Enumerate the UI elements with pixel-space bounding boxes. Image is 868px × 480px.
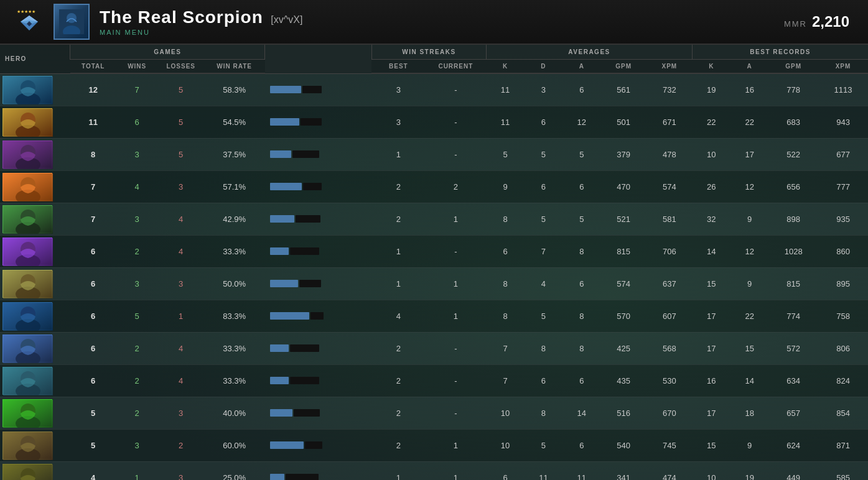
cell-rating: [265, 73, 372, 106]
table-row: 6 5 1 83.3% 4 1 8 5 8 570 607 17 22 774 …: [0, 300, 868, 332]
hero-cell[interactable]: [0, 332, 70, 364]
cell-a: 5: [562, 138, 600, 170]
cell-bk: 22: [693, 106, 730, 138]
cell-bxpm: 824: [818, 364, 868, 397]
cell-winrate: 33.3%: [204, 364, 265, 397]
cell-losses: 4: [158, 364, 204, 397]
cell-d: 5: [525, 203, 562, 235]
cell-d: 8: [525, 397, 562, 429]
cell-wins: 1: [116, 461, 157, 480]
cell-bk: 26: [693, 170, 730, 203]
cell-ba: 12: [730, 235, 768, 267]
cell-best-streak: 1: [371, 267, 425, 300]
hero-cell[interactable]: [0, 461, 70, 480]
cell-ba: 9: [730, 267, 768, 300]
col-k[interactable]: K: [486, 60, 524, 74]
col-xpm[interactable]: XPM: [646, 60, 693, 74]
cell-winrate: 50.0%: [204, 267, 265, 300]
col-a[interactable]: A: [562, 60, 600, 74]
hero-cell[interactable]: [0, 397, 70, 429]
mmr-value: 2,210: [812, 13, 849, 30]
col-bk[interactable]: K: [693, 60, 730, 74]
col-bgpm[interactable]: GPM: [768, 60, 818, 74]
hero-cell[interactable]: [0, 364, 70, 397]
header-subtitle[interactable]: MAIN MENU: [100, 29, 302, 36]
table-row: 6 3 3 50.0% 1 1 8 4 6 574 637 15 9 815 8…: [0, 267, 868, 300]
col-wins[interactable]: WINS: [116, 60, 157, 74]
svg-text:★★★★★: ★★★★★: [17, 9, 35, 14]
cell-a: 8: [562, 332, 600, 364]
rating-bar: [268, 215, 370, 223]
avatar-image: [55, 5, 88, 39]
hero-cell[interactable]: [0, 203, 70, 235]
col-bxpm[interactable]: XPM: [818, 60, 868, 74]
rating-bar-blue: [270, 280, 298, 287]
rating-bar: [268, 409, 370, 417]
rating-bar-black: [290, 247, 319, 255]
rating-bar-blue: [270, 86, 301, 93]
cell-current-streak: -: [425, 397, 486, 429]
cell-ba: 14: [730, 364, 768, 397]
cell-xpm: 637: [646, 267, 693, 300]
hero-cell[interactable]: [0, 429, 70, 461]
cell-ba: 12: [730, 170, 768, 203]
cell-k: 11: [486, 73, 524, 106]
cell-losses: 1: [158, 300, 204, 332]
hero-cell[interactable]: [0, 106, 70, 138]
cell-a: 6: [562, 364, 600, 397]
cell-current-streak: -: [425, 332, 486, 364]
cell-winrate: 33.3%: [204, 235, 265, 267]
hero-cell[interactable]: [0, 73, 70, 106]
cell-bxpm: 935: [818, 203, 868, 235]
cell-ba: 16: [730, 73, 768, 106]
cell-rating: [265, 267, 372, 300]
cell-winrate: 37.5%: [204, 138, 265, 170]
cell-gpm: 470: [600, 170, 646, 203]
cell-current-streak: 1: [425, 461, 486, 480]
mmr-display: MMR 2,210: [784, 13, 849, 30]
cell-total: 7: [70, 203, 116, 235]
col-total[interactable]: TOTAL: [70, 60, 116, 74]
rating-bar-black: [303, 183, 322, 190]
hero-cell[interactable]: [0, 235, 70, 267]
table-row: 4 1 3 25.0% 1 1 6 11 11 341 474 10 19 44…: [0, 461, 868, 480]
cell-losses: 3: [158, 267, 204, 300]
cell-bk: 17: [693, 397, 730, 429]
cell-total: 8: [70, 138, 116, 170]
col-ba[interactable]: A: [730, 60, 768, 74]
rating-bar: [268, 344, 370, 352]
rating-bar-blue: [270, 409, 292, 417]
rating-bar-black: [310, 312, 324, 320]
cell-current-streak: -: [425, 235, 486, 267]
cell-ba: 9: [730, 203, 768, 235]
col-losses[interactable]: LOSSES: [158, 60, 204, 74]
col-d[interactable]: D: [525, 60, 562, 74]
hero-cell[interactable]: [0, 138, 70, 170]
cell-total: 7: [70, 170, 116, 203]
hero-cell[interactable]: [0, 300, 70, 332]
hero-cell[interactable]: [0, 267, 70, 300]
cell-xpm: 530: [646, 364, 693, 397]
cell-k: 8: [486, 203, 524, 235]
rating-bar-black: [301, 118, 322, 126]
col-winrate[interactable]: WIN RATE: [204, 60, 265, 74]
table-row: 11 6 5 54.5% 3 - 11 6 12 501 671 22 22 6…: [0, 106, 868, 138]
cell-gpm: 516: [600, 397, 646, 429]
cell-winrate: 25.0%: [204, 461, 265, 480]
cell-xpm: 574: [646, 170, 693, 203]
col-best-streak[interactable]: BEST: [371, 60, 425, 74]
cell-d: 6: [525, 170, 562, 203]
cell-current-streak: 1: [425, 429, 486, 461]
cell-current-streak: 1: [425, 203, 486, 235]
cell-ba: 19: [730, 461, 768, 480]
col-gpm[interactable]: GPM: [600, 60, 646, 74]
rating-bar: [268, 377, 370, 384]
cell-bgpm: 624: [768, 429, 818, 461]
cell-xpm: 671: [646, 106, 693, 138]
cell-total: 5: [70, 429, 116, 461]
hero-cell[interactable]: [0, 170, 70, 203]
col-current-streak[interactable]: CURRENT: [425, 60, 486, 74]
cell-rating: [265, 170, 372, 203]
rating-bar-blue: [270, 312, 309, 320]
cell-wins: 3: [116, 267, 157, 300]
